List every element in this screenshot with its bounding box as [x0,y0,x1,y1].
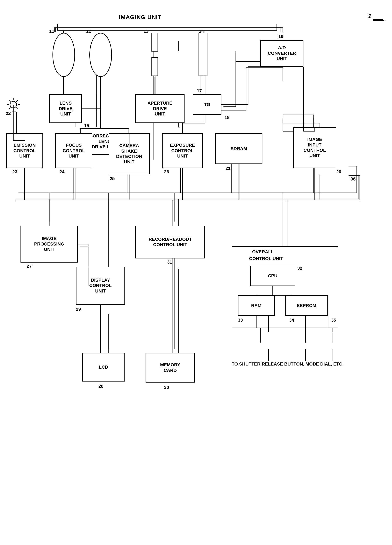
svg-rect-105 [152,57,158,76]
sensor-14 [198,33,209,79]
overall-control-label: OVERALL [252,249,274,254]
number-23: 23 [12,169,17,174]
image-processing-unit: IMAGE PROCESSING UNIT [20,226,78,263]
number-25: 25 [110,176,115,181]
shutter-13 [148,33,162,79]
number-24: 24 [60,169,64,174]
number-27: 27 [27,264,31,269]
aperture-drive-unit: APERTURE DRIVE UNIT [135,94,184,123]
number-36: 36 [351,176,355,182]
number-34: 34 [289,317,294,323]
tg-box: TG [193,94,221,115]
emission-control-unit: EMISSION CONTROL UNIT [6,133,43,168]
exposure-control-unit: EXPOSURE CONTROL UNIT [162,133,203,168]
number-17: 17 [197,88,202,93]
number-12: 12 [86,29,91,34]
focus-control-unit: FOCUS CONTROL UNIT [55,133,92,168]
ad-converter-unit: A/D CONVERTER UNIT [260,40,303,67]
number-30: 30 [164,385,169,390]
number-28: 28 [98,384,103,389]
svg-rect-104 [152,33,158,51]
overall-control-label2: CONTROL UNIT [249,256,283,261]
overall-control-unit [232,246,338,328]
lens-12 [89,33,112,77]
number-19: 19 [278,34,283,39]
svg-rect-106 [199,33,207,76]
number-29: 29 [76,307,81,312]
lens-drive-unit: LENS DRIVE UNIT [49,94,82,123]
cpu-box: CPU [250,266,295,286]
number-15: 15 [84,123,89,128]
svg-point-95 [10,101,17,108]
number-13: 13 [143,29,148,34]
number-33: 33 [238,317,243,323]
eeprom-box: EEPROM [285,295,328,316]
sdram-unit: SDRAM [215,133,263,164]
number-35: 35 [331,317,336,323]
lcd-unit: LCD [82,353,125,382]
svg-line-103 [9,107,11,109]
svg-line-100 [9,100,11,102]
number-22: 22 [6,111,11,116]
shutter-release-text: TO SHUTTER RELEASE BUTTON, MODE DIAL, ET… [232,361,344,367]
svg-line-102 [16,100,18,102]
sun-icon [6,97,20,113]
camera-shake-detection-unit: CAMERA SHAKE DETECTION UNIT [109,133,150,174]
lens-11 [53,33,75,77]
diagram-number: 1 [368,12,372,20]
memory-card-unit: MEMORY CARD [146,353,195,383]
number-31: 31 [167,260,172,265]
number-32: 32 [297,266,302,271]
svg-line-101 [16,107,18,109]
number-21: 21 [226,166,230,171]
display-control-unit: DISPLAY CONTROL UNIT [76,267,125,305]
ram-box: RAM [238,295,275,316]
number-11: 11 [49,29,54,34]
number-20: 20 [336,169,341,174]
image-input-control-unit: IMAGE INPUT CONTROL UNIT [293,127,336,168]
number-26: 26 [164,169,169,174]
imaging-unit-label: IMAGING UNIT [119,14,162,20]
record-readout-control-unit: RECORD/READOUT CONTROL UNIT [135,226,205,259]
number-14: 14 [199,29,204,34]
number-18: 18 [225,115,229,120]
